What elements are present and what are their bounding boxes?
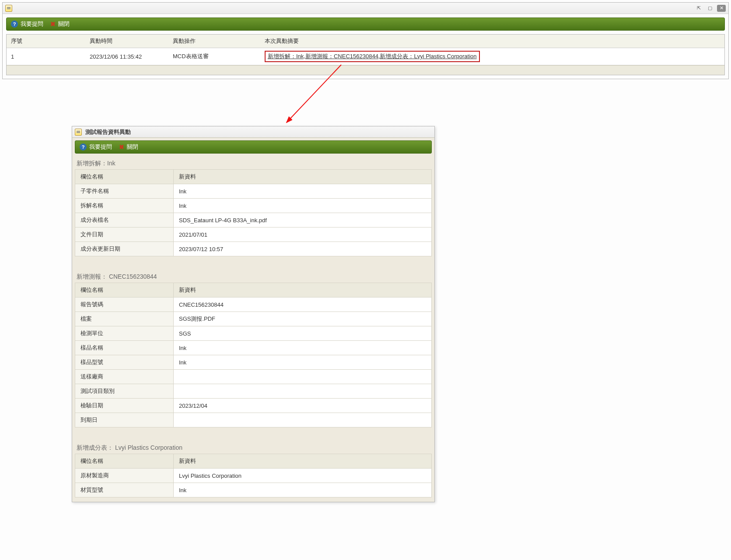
section-heading: 新增成分表： Lvyi Plastics Corporation	[75, 441, 432, 454]
col-time: 異動時間	[85, 35, 168, 48]
close-icon: ✖	[119, 144, 124, 150]
kv-row: 測試項目類別	[75, 384, 432, 399]
kv-row: 文件日期2021/07/01	[75, 228, 432, 242]
col-op: 異動操作	[168, 35, 260, 48]
close-label: 關閉	[58, 20, 70, 28]
cell-time: 2023/12/06 11:35:42	[85, 48, 168, 65]
kv-row: 檢測單位SGS	[75, 326, 432, 341]
detail-title: 測試報告資料異動	[85, 128, 131, 136]
close-action[interactable]: ✖ 關閉	[50, 20, 70, 28]
close-action[interactable]: ✖ 關閉	[119, 143, 138, 151]
summary-link[interactable]: 新增拆解：Ink,新增測報：CNEC156230844,新增成分表：Lvyi P…	[265, 51, 480, 62]
kv-row: 檔案SGS測报.PDF	[75, 312, 432, 326]
kv-row: 樣品名稱Ink	[75, 341, 432, 355]
close-icon: ✖	[50, 21, 56, 28]
app-icon	[5, 5, 12, 12]
kv-header-row: 欄位名稱 新資料	[75, 170, 432, 184]
kv-row: 拆解名稱Ink	[75, 199, 432, 213]
col-summary: 本次異動摘要	[260, 35, 724, 48]
close-button[interactable]: ✕	[717, 5, 726, 12]
main-titlebar: ⇱ ▢ ✕	[3, 3, 728, 14]
detail-titlebar: 測試報告資料異動	[72, 126, 434, 138]
col-seq: 序號	[7, 35, 85, 48]
help-icon: ?	[80, 144, 87, 150]
cell-op: MCD表格送審	[168, 48, 260, 65]
kv-header-val: 新資料	[174, 170, 432, 184]
kv-header-row: 欄位名稱 新資料	[75, 454, 432, 469]
cell-seq: 1	[7, 48, 85, 65]
grid-header-row: 序號 異動時間 異動操作 本次異動摘要	[7, 35, 724, 48]
minimize-button[interactable]: ⇱	[694, 5, 703, 12]
section-heading: 新增測報： CNEC156230844	[75, 270, 432, 283]
kv-header-val: 新資料	[174, 454, 432, 469]
kv-row: 成分表檔名SDS_Eataunt LP-4G B33A_ink.pdf	[75, 213, 432, 228]
cell-summary: 新增拆解：Ink,新增測報：CNEC156230844,新增成分表：Lvyi P…	[260, 48, 724, 65]
kv-header-row: 欄位名稱 新資料	[75, 283, 432, 298]
section-heading: 新增拆解：Ink	[75, 156, 432, 169]
help-icon: ?	[11, 21, 18, 28]
main-toolbar: ? 我要提問 ✖ 關閉	[6, 18, 725, 31]
kv-row: 送樣廠商	[75, 370, 432, 384]
kv-header-key: 欄位名稱	[75, 170, 174, 184]
maximize-button[interactable]: ▢	[706, 5, 714, 12]
detail-dialog: 測試報告資料異動 ? 我要提問 ✖ 關閉 新增拆解：Ink 欄位名稱 新資料 子…	[72, 126, 435, 502]
kv-row: 報告號碼CNEC156230844	[75, 298, 432, 312]
kv-row: 原材製造商Lvyi Plastics Corporation	[75, 469, 432, 483]
kv-row: 子零件名稱Ink	[75, 184, 432, 199]
kv-row: 樣品型號Ink	[75, 355, 432, 370]
kv-header-key: 欄位名稱	[75, 454, 174, 469]
kv-table: 欄位名稱 新資料 子零件名稱Ink 拆解名稱Ink 成分表檔名SDS_Eatau…	[75, 169, 432, 256]
detail-toolbar: ? 我要提問 ✖ 關閉	[75, 140, 432, 154]
kv-header-key: 欄位名稱	[75, 283, 174, 298]
kv-row: 成分表更新日期2023/07/12 10:57	[75, 242, 432, 256]
main-window: ⇱ ▢ ✕ ? 我要提問 ✖ 關閉 序號 異動時間 異動操作	[2, 2, 729, 79]
close-label: 關閉	[127, 143, 138, 151]
kv-row: 材質型號Ink	[75, 483, 432, 497]
ask-label: 我要提問	[89, 143, 112, 151]
app-icon	[75, 129, 82, 136]
ask-button[interactable]: ? 我要提問	[80, 143, 112, 151]
ask-label: 我要提問	[21, 20, 43, 28]
table-row[interactable]: 1 2023/12/06 11:35:42 MCD表格送審 新增拆解：Ink,新…	[7, 48, 724, 65]
ask-button[interactable]: ? 我要提問	[11, 20, 43, 28]
change-grid: 序號 異動時間 異動操作 本次異動摘要 1 2023/12/06 11:35:4…	[6, 34, 725, 75]
kv-table: 欄位名稱 新資料 報告號碼CNEC156230844 檔案SGS測报.PDF 檢…	[75, 283, 432, 427]
kv-table: 欄位名稱 新資料 原材製造商Lvyi Plastics Corporation …	[75, 454, 432, 497]
kv-row: 到期日	[75, 413, 432, 427]
kv-row: 檢驗日期2023/12/04	[75, 399, 432, 413]
detail-body: 新增拆解：Ink 欄位名稱 新資料 子零件名稱Ink 拆解名稱Ink 成分表檔名…	[72, 156, 434, 502]
grid-footer	[7, 65, 724, 75]
kv-header-val: 新資料	[174, 283, 432, 298]
